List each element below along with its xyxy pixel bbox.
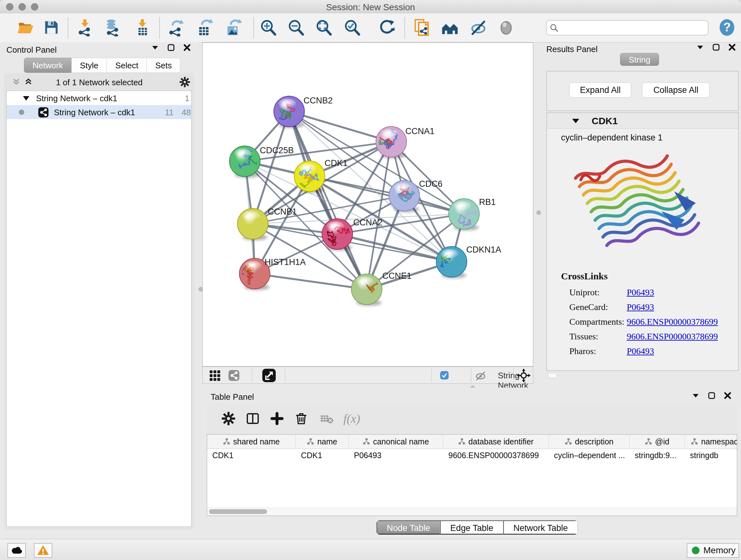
- table-cell[interactable]: CDK1: [207, 449, 296, 462]
- export-image-button[interactable]: [224, 18, 242, 38]
- zoom-fit-button[interactable]: [315, 18, 333, 38]
- search-input[interactable]: [561, 22, 705, 33]
- crosslink-link[interactable]: 9606.ENSP00000378699: [627, 317, 718, 327]
- table-row[interactable]: CDK1CDK1P064939606.ENSP00000378699cyclin…: [207, 449, 737, 462]
- tab-style[interactable]: Style: [71, 58, 107, 73]
- help-button[interactable]: ?: [719, 18, 735, 37]
- new-network-from-selection-button[interactable]: [413, 18, 431, 38]
- table-cell[interactable]: P06493: [349, 449, 443, 462]
- tab-select[interactable]: Select: [107, 58, 147, 73]
- scrollbar-thumb[interactable]: [209, 509, 267, 514]
- collapse-panel-icon[interactable]: [696, 43, 704, 52]
- open-session-button[interactable]: [17, 18, 35, 38]
- table-cell[interactable]: stringdb:9...: [630, 449, 685, 462]
- crosslink-link[interactable]: P06493: [627, 302, 654, 312]
- network-node-ccna2[interactable]: [322, 219, 353, 249]
- function-builder-icon[interactable]: f(x): [341, 411, 369, 427]
- selected-checkbox-icon[interactable]: [440, 371, 449, 381]
- delete-column-trash-icon[interactable]: [293, 411, 310, 427]
- table-cell[interactable]: stringdb: [685, 449, 737, 462]
- close-panel-icon[interactable]: [728, 43, 737, 52]
- table-cell[interactable]: cyclin–dependent ...: [549, 449, 630, 462]
- column-header-shared-name[interactable]: shared name: [207, 435, 296, 449]
- network-node-ccnb1[interactable]: [238, 208, 268, 239]
- protein-section-header[interactable]: CDK1: [547, 113, 738, 129]
- zoom-fit-icon: [315, 18, 333, 37]
- results-scrollbar[interactable]: [548, 373, 557, 378]
- close-panel-icon[interactable]: [723, 391, 732, 400]
- table-cell[interactable]: 9606.ENSP00000378699: [443, 449, 549, 462]
- crosslinks-title: CrossLinks: [561, 271, 608, 282]
- import-table-button[interactable]: [133, 18, 151, 38]
- float-panel-icon[interactable]: [166, 44, 176, 52]
- column-header-name[interactable]: name: [296, 435, 349, 449]
- add-column-icon[interactable]: [269, 411, 285, 427]
- tab-network-table[interactable]: Network Table: [503, 520, 578, 535]
- export-table-button[interactable]: [195, 18, 213, 38]
- toolbar-separator: [431, 369, 432, 382]
- network-canvas[interactable]: CCNB2CCNA1CDC25BCDK1CDC6RB1CCNB1CCNA2CDK…: [202, 43, 533, 367]
- delete-table-icon[interactable]: [319, 411, 335, 427]
- float-panel-icon[interactable]: [712, 43, 721, 52]
- column-header-id[interactable]: @id: [630, 435, 685, 449]
- protein-structure-image: [572, 148, 700, 266]
- section-expander-icon[interactable]: [572, 118, 580, 124]
- table-panel-title: Table Panel: [211, 392, 254, 402]
- column-header-canonical-name[interactable]: canonical name: [349, 435, 443, 449]
- show-columns-icon[interactable]: [245, 411, 261, 427]
- zoom-selected-button[interactable]: [343, 18, 361, 38]
- tree-expander-icon[interactable]: [23, 96, 30, 101]
- zoom-out-button[interactable]: [287, 18, 305, 38]
- hidden-eye-icon[interactable]: [475, 370, 487, 382]
- network-options-gear-icon[interactable]: [179, 77, 188, 85]
- table-settings-gear-icon[interactable]: [220, 411, 237, 427]
- table-cell[interactable]: CDK1: [296, 449, 349, 462]
- network-collection-row[interactable]: String Network – cdk1 1: [7, 91, 191, 105]
- hide-selection-button[interactable]: [469, 18, 487, 38]
- main-toolbar: ?: [0, 13, 741, 43]
- memory-button[interactable]: Memory: [687, 543, 739, 558]
- crosslink-link[interactable]: 9606.ENSP00000378699: [627, 331, 718, 341]
- cloud-status-button[interactable]: [7, 543, 26, 558]
- collapse-all-button[interactable]: Collapse All: [642, 82, 710, 98]
- tab-edge-table[interactable]: Edge Table: [440, 520, 503, 535]
- table-horizontal-scrollbar[interactable]: [207, 508, 737, 516]
- float-panel-icon[interactable]: [707, 391, 716, 400]
- column-header-description[interactable]: description: [549, 435, 630, 449]
- column-type-icon: [645, 438, 652, 445]
- first-neighbors-button[interactable]: [441, 18, 459, 38]
- open-in-window-icon[interactable]: [262, 368, 276, 383]
- left-splitter-handle[interactable]: [199, 287, 203, 292]
- status-bar: Memory: [0, 539, 741, 560]
- eye-gray-icon: [497, 18, 515, 37]
- navigate-crosshair-icon[interactable]: [517, 368, 531, 383]
- grid-mode-icon[interactable]: [209, 370, 220, 382]
- export-network-button[interactable]: [166, 18, 185, 38]
- crosslink-link[interactable]: P06493: [627, 287, 654, 298]
- expand-all-button[interactable]: Expand All: [569, 82, 631, 98]
- show-all-button[interactable]: [497, 18, 515, 38]
- column-header-namespace[interactable]: namespace: [685, 435, 737, 449]
- save-session-button[interactable]: [43, 18, 60, 38]
- tab-sets[interactable]: Sets: [147, 58, 180, 73]
- node-label-cdc25b: CDC25B: [260, 145, 294, 155]
- apply-layout-button[interactable]: [378, 18, 396, 38]
- network-node-hist1h1a[interactable]: [229, 258, 270, 289]
- zoom-in-button[interactable]: [259, 18, 277, 38]
- import-network-from-database-button[interactable]: [104, 18, 121, 38]
- tab-node-table[interactable]: Node Table: [377, 520, 440, 535]
- tab-string[interactable]: String: [620, 53, 659, 66]
- collapse-panel-icon[interactable]: [691, 391, 700, 400]
- tab-network[interactable]: Network: [24, 58, 71, 73]
- crosslink-link[interactable]: P06493: [627, 346, 654, 356]
- right-splitter-handle[interactable]: [536, 210, 541, 215]
- warning-status-button[interactable]: [34, 543, 52, 558]
- close-panel-icon[interactable]: [183, 44, 192, 52]
- network-row[interactable]: String Network – cdk1 11 48: [7, 105, 191, 119]
- string-style-icon[interactable]: [228, 370, 240, 382]
- collapse-panel-icon[interactable]: [151, 44, 159, 52]
- column-header-database-identifier[interactable]: database identifier: [443, 435, 549, 449]
- network-node-cdc6[interactable]: [389, 180, 420, 211]
- import-network-from-file-button[interactable]: [76, 18, 94, 38]
- help-icon: ?: [719, 18, 735, 37]
